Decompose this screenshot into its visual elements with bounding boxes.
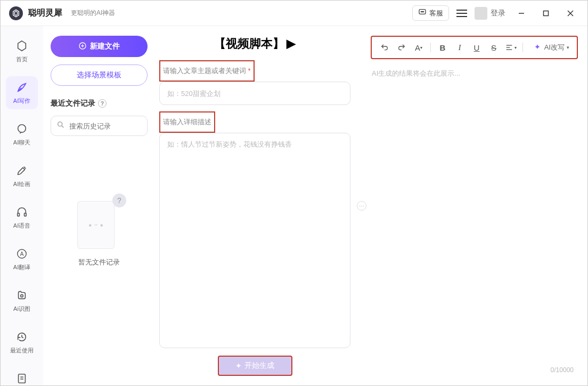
recent-files-title: 最近文件记录: [51, 99, 95, 108]
search-input[interactable]: [69, 122, 159, 130]
sparkle-icon: ✦: [235, 361, 242, 370]
sidebar-item-label: AI语音: [13, 222, 30, 230]
svg-rect-9: [18, 213, 20, 216]
topic-input[interactable]: [159, 82, 350, 105]
description-field-label: 请输入详细描述: [162, 116, 213, 128]
sidebar-item-label: AI写作: [13, 97, 30, 105]
titlebar-left: 聪明灵犀 更聪明的AI神器: [9, 6, 115, 20]
new-file-label: 新建文件: [90, 42, 120, 51]
panel-drag-handle[interactable]: ⋯: [357, 26, 366, 385]
svg-point-20: [58, 122, 62, 126]
generate-label: 开始生成: [244, 361, 274, 371]
file-icon: [15, 372, 29, 385]
headphones-icon: [15, 205, 29, 219]
sidebar-item-writing[interactable]: AI写作: [6, 76, 38, 109]
titlebar-right: 客服 登录: [412, 5, 579, 22]
svg-point-13: [21, 295, 23, 297]
character-count: 0/10000: [551, 366, 574, 374]
sidebar-item-label: AI绘画: [13, 180, 30, 188]
sidebar-item-my-files[interactable]: 我的文件: [6, 367, 38, 385]
titlebar: 聪明灵犀 更聪明的AI神器 客服 登录: [1, 1, 587, 26]
svg-point-8: [18, 125, 26, 133]
align-button[interactable]: ▾: [503, 40, 518, 55]
sidebar-item-label: 最近使用: [10, 347, 34, 355]
home-icon: [15, 39, 29, 53]
right-panel: A▾ B I U S ▾ AI改写 ▾ AI生成的结果将会在此展示... 0/1…: [366, 26, 587, 385]
sidebar-item-label: AI聊天: [13, 139, 30, 147]
sidebar-item-voice[interactable]: AI语音: [6, 201, 38, 234]
search-icon: [56, 120, 65, 131]
login-button[interactable]: 登录: [475, 7, 505, 20]
italic-button[interactable]: I: [452, 40, 467, 55]
empty-state: • ᵕ • ? 暂无文件记录: [51, 197, 148, 267]
svg-rect-10: [24, 213, 27, 216]
toolbar-separator: [522, 43, 523, 52]
ai-rewrite-label: AI改写: [544, 43, 565, 52]
maximize-button[interactable]: [537, 5, 554, 22]
menu-icon[interactable]: [456, 8, 467, 19]
generate-button[interactable]: ✦ 开始生成: [218, 356, 292, 376]
ai-sparkle-icon: [533, 43, 542, 52]
support-button[interactable]: 客服: [412, 5, 449, 21]
sidebar-item-chat[interactable]: AI聊天: [6, 118, 38, 151]
app-tagline: 更聪明的AI神器: [71, 9, 115, 18]
sidebar-item-translate[interactable]: A AI翻译: [6, 243, 38, 276]
svg-text:A: A: [20, 251, 24, 257]
brush-icon: [15, 164, 29, 178]
svg-point-2: [422, 11, 422, 12]
svg-rect-14: [19, 374, 26, 383]
new-file-button[interactable]: 新建文件: [51, 36, 148, 57]
page-title: 【视频脚本】 ▶: [159, 36, 350, 52]
pen-icon: [15, 81, 29, 94]
avatar-icon: [475, 7, 487, 20]
svg-rect-5: [544, 11, 549, 15]
empty-files-icon: • ᵕ • ?: [75, 197, 123, 250]
main-layout: 首页 AI写作 AI聊天 AI绘画 AI语音 A AI翻译 Ai识图 最近使用: [1, 26, 587, 385]
close-button[interactable]: [562, 5, 579, 22]
sidebar-item-label: Ai识图: [13, 305, 30, 313]
empty-state-text: 暂无文件记录: [78, 258, 120, 267]
result-placeholder-text: AI生成的结果将会在此展示...: [371, 67, 578, 81]
topic-field-label: 请输入文章主题或者关键词: [162, 65, 252, 77]
minimize-button[interactable]: [513, 5, 530, 22]
translate-icon: A: [15, 247, 29, 261]
sidebar-item-label: AI翻译: [13, 263, 30, 271]
redo-button[interactable]: [394, 40, 409, 55]
chat-bubble-icon: [418, 8, 427, 18]
left-panel: 新建文件 选择场景模板 最近文件记录 ? • ᵕ • ? 暂无文件记录: [43, 26, 155, 385]
app-logo-icon: [9, 6, 23, 20]
support-label: 客服: [429, 9, 443, 18]
undo-button[interactable]: [377, 40, 392, 55]
toolbar-separator: [430, 43, 431, 52]
select-template-button[interactable]: 选择场景模板: [51, 65, 148, 86]
font-color-button[interactable]: A▾: [411, 40, 426, 55]
strikethrough-button[interactable]: S: [486, 40, 501, 55]
svg-line-21: [62, 126, 63, 127]
help-icon[interactable]: ?: [98, 99, 107, 108]
plus-circle-icon: [78, 42, 87, 52]
history-icon: [15, 330, 29, 344]
center-panel: 【视频脚本】 ▶ 请输入文章主题或者关键词 请输入详细描述 ✦ 开始生成: [155, 26, 357, 385]
recent-files-header: 最近文件记录 ?: [51, 99, 148, 108]
editor-toolbar: A▾ B I U S ▾ AI改写 ▾: [371, 36, 578, 59]
sidebar-item-recent[interactable]: 最近使用: [6, 326, 38, 359]
search-box[interactable]: [51, 116, 148, 136]
bold-button[interactable]: B: [435, 40, 450, 55]
chat-icon: [15, 122, 29, 136]
image-icon: [15, 288, 29, 302]
app-name: 聪明灵犀: [28, 7, 62, 19]
play-icon[interactable]: ▶: [287, 37, 296, 51]
svg-point-1: [421, 11, 421, 12]
sidebar-item-label: 首页: [16, 55, 28, 63]
chevron-down-icon: ▾: [567, 45, 569, 50]
sidebar-item-image-recognition[interactable]: Ai识图: [6, 284, 38, 317]
sidebar-item-home[interactable]: 首页: [6, 35, 38, 68]
description-textarea[interactable]: [159, 133, 350, 348]
sidebar: 首页 AI写作 AI聊天 AI绘画 AI语音 A AI翻译 Ai识图 最近使用: [1, 26, 43, 385]
login-label: 登录: [491, 9, 505, 18]
sidebar-item-painting[interactable]: AI绘画: [6, 159, 38, 192]
svg-point-3: [423, 11, 423, 12]
ai-rewrite-button[interactable]: AI改写 ▾: [530, 43, 571, 52]
underline-button[interactable]: U: [469, 40, 484, 55]
